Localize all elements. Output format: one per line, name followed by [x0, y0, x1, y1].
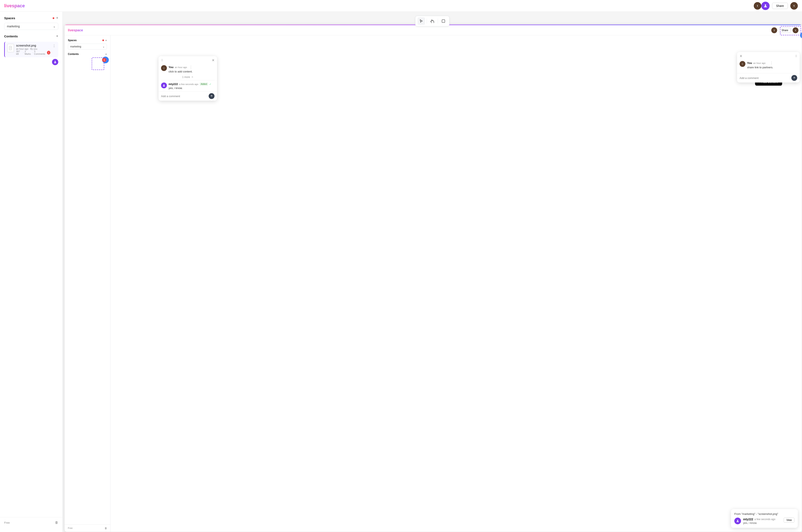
- hand-tool-button[interactable]: [428, 17, 436, 25]
- toolbar: [415, 16, 450, 26]
- avatar-ring: [761, 2, 770, 10]
- main-layout: Spaces + marketing ⌄ Contents +: [0, 12, 802, 532]
- comment-1-input-area: [158, 91, 217, 101]
- space-selector[interactable]: marketing ⌄: [4, 23, 58, 30]
- notif-time: a few seconds ago: [755, 518, 775, 521]
- avatar-group: t: [754, 2, 770, 10]
- file-meta: an hour ago · By you: [16, 48, 50, 50]
- spaces-section: Spaces + marketing ⌄: [0, 16, 62, 34]
- canvas-area: livespace t Share t 2: [63, 12, 802, 532]
- svg-point-2: [55, 61, 56, 62]
- inner-space-label: marketing: [70, 45, 81, 48]
- inner-trash-icon[interactable]: 🗑: [104, 527, 107, 530]
- notification-card: From "marketing" - "screenshot.png" mty2…: [731, 509, 798, 528]
- inner-space-selector[interactable]: marketing ⌄: [68, 44, 107, 50]
- comment-1-avatar: t: [161, 65, 167, 71]
- comment-1-input[interactable]: [161, 95, 207, 98]
- comment-2-content: You an hour ago ⋮ share link to partners…: [747, 61, 773, 69]
- inner-red-dot: [102, 39, 104, 41]
- svg-rect-3: [442, 20, 445, 22]
- contents-section: Contents + screenshot.png an hour ago · …: [0, 34, 62, 65]
- comment-2-menu-icon[interactable]: ⋮: [770, 61, 773, 65]
- view-button[interactable]: View: [784, 518, 795, 522]
- comment-2-msg: t You an hour ago ⋮ share link to partne…: [737, 60, 800, 71]
- close-button-1[interactable]: ✕: [212, 58, 214, 62]
- inner-spaces-title: Spaces: [68, 39, 77, 42]
- chevron-down-icon: ⌄: [53, 25, 56, 28]
- file-stats: 397 kB · 2 Marks · 3 Comments 1: [16, 50, 50, 55]
- file-size: 397 kB: [16, 50, 22, 55]
- spaces-red-dot: [53, 17, 54, 19]
- comment-card-2-header: ✕ ⠿: [737, 52, 800, 60]
- close-button-2[interactable]: ✕: [740, 54, 742, 58]
- rectangle-tool-button[interactable]: [440, 17, 447, 25]
- inner-spaces-header: Spaces +: [68, 39, 107, 42]
- file-item[interactable]: screenshot.png an hour ago · By you 397 …: [4, 42, 58, 57]
- send-button-2[interactable]: [791, 75, 797, 81]
- inner-canvas: + d the file and start communicating!: [111, 35, 802, 532]
- file-name: screenshot.png: [16, 44, 50, 47]
- file-info: screenshot.png an hour ago · By you 397 …: [16, 44, 50, 55]
- spaces-icons: +: [53, 16, 58, 20]
- avatar-t1: t: [754, 2, 761, 10]
- more-link-1[interactable]: 1 more ✕: [158, 75, 217, 79]
- comment-1-msg: t You an hour ago ⋮ click to add content…: [158, 64, 217, 75]
- trash-icon[interactable]: 🗑: [55, 521, 58, 525]
- cursor-tool-button[interactable]: [418, 17, 425, 25]
- inner-avatar-t1: t: [771, 27, 777, 33]
- inner-contents-add-icon[interactable]: +: [105, 53, 107, 56]
- inner-contents-header: Contents +: [68, 53, 107, 56]
- inner-spaces-add-icon[interactable]: +: [105, 39, 107, 42]
- spaces-add-icon[interactable]: +: [56, 16, 58, 20]
- notification-from: From "marketing" - "screenshot.png": [734, 512, 795, 515]
- send-button-1[interactable]: [209, 93, 214, 99]
- comment-2-input[interactable]: [740, 76, 790, 80]
- inner-sidebar-bottom: Free 🗑: [64, 525, 111, 532]
- inner-logo: livespace: [68, 28, 83, 32]
- comment-1-content: You an hour ago ⋮ click to add content.: [169, 65, 193, 73]
- file-icon: [7, 44, 14, 52]
- toolbar-divider-2: [438, 19, 438, 24]
- svg-point-19: [737, 520, 738, 521]
- drag-icon-2: ⠿: [795, 55, 797, 58]
- app-logo: livespace: [4, 3, 25, 8]
- comment-card-1-header: ⠿ ✕: [158, 56, 217, 64]
- comment-2-author: You: [747, 61, 752, 64]
- comment-1-reply-text: yes, i know.: [169, 87, 214, 90]
- comment-card-1: ⠿ ✕ t You an hour ago ⋮: [158, 56, 217, 101]
- file-marks: 2 Marks: [25, 50, 32, 55]
- comment-2-time: an hour ago: [753, 62, 766, 64]
- drag-icon-1: ⠿: [161, 59, 163, 62]
- share-button[interactable]: Share: [772, 3, 788, 9]
- avatar-purple: [762, 2, 769, 10]
- inner-sidebar: Spaces + marketing ⌄ Contents: [64, 35, 111, 532]
- comment-1-text: click to add content.: [169, 70, 193, 73]
- comment-1-author: You: [169, 65, 174, 69]
- top-bar-right: t Share t: [754, 2, 798, 10]
- app-container: livespace t Share t: [0, 0, 802, 532]
- notification-row: mty222 a few seconds ago yes, i know. Vi…: [734, 518, 795, 525]
- comment-divider-1: [161, 80, 214, 80]
- selection-box-topright: [780, 26, 801, 35]
- contents-title: Contents: [4, 35, 18, 38]
- comment-1-reply-author: mty222: [169, 82, 178, 86]
- inner-contents-title: Contents: [68, 53, 79, 56]
- top-bar: livespace t Share t: [0, 0, 802, 12]
- comment-1-menu-icon[interactable]: ⋮: [189, 65, 193, 69]
- marker-1-badge: 1: [102, 58, 106, 62]
- comment-2-text: share link to partners.: [747, 66, 773, 69]
- added-badge: Added: [200, 82, 208, 86]
- inner-layout: Spaces + marketing ⌄ Contents: [64, 35, 802, 532]
- inner-free-label: Free: [68, 527, 73, 530]
- comment-count-badge: 1: [47, 51, 50, 55]
- spaces-title: Spaces: [4, 16, 15, 20]
- file-menu-icon[interactable]: ⋮: [53, 44, 56, 48]
- contents-add-icon[interactable]: +: [56, 34, 58, 38]
- user-avatar-sidebar: [52, 59, 58, 65]
- comment-2-avatar: t: [740, 61, 745, 67]
- comment-1-reply-avatar: [161, 82, 167, 88]
- avatar-t2: t: [790, 2, 798, 10]
- spaces-header: Spaces +: [4, 16, 58, 20]
- inner-frame: livespace t Share t 2: [64, 24, 802, 532]
- svg-point-18: [164, 84, 165, 86]
